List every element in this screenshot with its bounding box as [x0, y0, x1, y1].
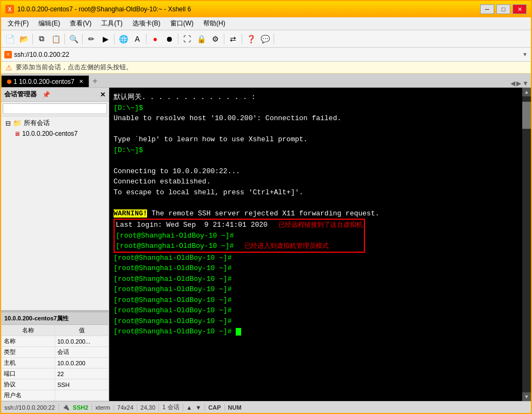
term-root8: [root@Shanghai-OldBoy-10 ~]# [114, 306, 231, 314]
term-line-connecting: Connecting to 10.0.0.200:22... Connectio… [114, 167, 303, 196]
settings2-button[interactable]: ⚙ [209, 32, 222, 45]
prop-name-value: 10.0.0.200... [55, 336, 109, 347]
sidebar-pin-icon[interactable]: 📌 [42, 91, 50, 98]
menu-help[interactable]: 帮助(H) [199, 18, 230, 29]
status-sep-7 [204, 404, 205, 411]
tab-prev-button[interactable]: ◀ [510, 80, 515, 87]
term-annotation1: 已经远程链接到了这台虚拟机 [278, 221, 363, 228]
prop-username-label: 用户名 [2, 390, 55, 401]
sidebar-close-icon[interactable]: ✕ [100, 91, 105, 98]
properties-title: 10.0.0.200-centos7属性 [4, 314, 69, 323]
fullscreen-button[interactable]: ⛶ [181, 32, 194, 45]
scrollbar-track [522, 96, 531, 392]
chat-button[interactable]: 💬 [258, 32, 271, 45]
tree-expand-icon: ⊟ [5, 120, 11, 127]
term-warning-text: The remote SSH server rejected X11 forwa… [147, 209, 379, 218]
prop-header-row: 名称 值 [2, 325, 109, 336]
help-button[interactable]: ❓ [244, 32, 257, 45]
close-button[interactable]: ✕ [513, 4, 527, 14]
tree-root-item[interactable]: ⊟ 📁 所有会话 [1, 117, 109, 129]
window-controls: ─ □ ✕ [480, 4, 527, 14]
prop-type-value: 会话 [55, 347, 109, 358]
scrollbar-up-button[interactable]: ▲ [522, 88, 531, 96]
properties-panel: 10.0.0.200-centos7属性 名称 值 名称 10.0.0.200.… [1, 312, 109, 401]
term-highlighted-block: Last login: Wed Sep 9 21:41:01 2020已经远程链… [114, 219, 365, 253]
term-root6: [root@Shanghai-OldBoy-10 ~]# [114, 285, 231, 293]
transfer-button[interactable]: ⇄ [227, 32, 240, 45]
tab-menu-button[interactable]: ▼ [522, 80, 529, 87]
tree-root-label: 所有会话 [24, 119, 50, 128]
prop-row-port: 端口 22 [2, 369, 109, 379]
term-root9: [root@Shanghai-OldBoy-10 ~]# [114, 317, 231, 325]
menu-view[interactable]: 查看(V) [65, 18, 96, 29]
font-button[interactable]: A [131, 32, 144, 45]
tab-nav-buttons: ◀ ▶ ▼ [510, 80, 531, 87]
open-button[interactable]: 📂 [17, 32, 30, 45]
toolbar-sep-9 [274, 34, 274, 44]
sidebar-header: 会话管理器 📌 ✕ [1, 88, 109, 102]
status-bar: ssh://10.0.0.200:22 🔌 SSH2 xterm 74x24 2… [1, 401, 531, 413]
status-ssh: SSH2 [73, 404, 89, 411]
term-line-prompt1: [D:\~]$ [114, 104, 143, 112]
toolbar-sep-3 [82, 34, 83, 44]
sidebar-search [1, 102, 109, 116]
copy-button[interactable]: ⧉ [35, 32, 48, 45]
menu-edit[interactable]: 编辑(E) [34, 18, 64, 29]
scrollbar-thumb[interactable] [522, 102, 531, 129]
sidebar-tree: ⊟ 📁 所有会话 🖥 10.0.0.200-centos7 [1, 116, 109, 310]
window-title: 10.0.0.200-centos7 - root@Shanghai-OldBo… [17, 5, 480, 13]
active-tab[interactable]: 1 10.0.0.200-centos7 ✕ [1, 75, 89, 87]
terminal-content[interactable]: 默认网关. . . . . . . . . . . . . : [D:\~]$ … [109, 88, 531, 401]
prop-host-label: 主机 [2, 358, 55, 369]
find-button[interactable]: 🔍 [67, 32, 80, 45]
term-line-help: Type `help' to learn how to use Xshell p… [114, 135, 308, 143]
left-panel: 会话管理器 📌 ✕ ⊟ 📁 所有会话 🖥 10.0.0.200-centos7 [1, 88, 109, 401]
status-num: NUM [228, 404, 242, 411]
tree-server-item[interactable]: 🖥 10.0.0.200-centos7 [1, 129, 109, 139]
term-root3: [root@Shanghai-OldBoy-10 ~]# [114, 254, 231, 262]
compose-button[interactable]: ✏ [85, 32, 98, 45]
status-arrow-up[interactable]: ▲ [187, 404, 192, 411]
address-icon: X [4, 51, 12, 58]
menu-tabs[interactable]: 选项卡(B) [128, 18, 165, 29]
status-sep-3 [114, 404, 114, 411]
tab-dot [7, 80, 11, 84]
terminal-wrapper[interactable]: 默认网关. . . . . . . . . . . . . : [D:\~]$ … [109, 88, 531, 401]
term-warning-label: WARNING! [114, 209, 147, 218]
record-button[interactable]: ⏺ [163, 32, 176, 45]
paste-button[interactable]: 📋 [49, 32, 62, 45]
lock-button[interactable]: 🔒 [195, 32, 208, 45]
maximize-button[interactable]: □ [496, 4, 510, 14]
minimize-button[interactable]: ─ [480, 4, 494, 14]
status-arrow-down[interactable]: ▼ [195, 404, 201, 411]
red-circle-button[interactable]: ● [149, 32, 162, 45]
address-text[interactable]: ssh://10.0.0.200:22 [14, 51, 520, 58]
address-bar: X ssh://10.0.0.200:22 ▼ [1, 48, 531, 62]
forward-button[interactable]: ▶ [99, 32, 112, 45]
terminal-scrollbar[interactable]: ▲ ▼ [522, 88, 531, 401]
toolbar-sep-1 [32, 34, 33, 44]
status-sep-4 [137, 404, 137, 411]
prop-port-label: 端口 [2, 369, 55, 379]
toolbar-sep-2 [64, 34, 65, 44]
prop-row-protocol: 协议 SSH [2, 379, 109, 390]
term-line-error: Unable to resolve host '10.00.200': Conn… [114, 114, 341, 122]
hint-text: 要添加当前会话，点击左侧的箭头按钮。 [16, 63, 132, 72]
prop-protocol-label: 协议 [2, 379, 55, 390]
status-sep-5 [158, 404, 159, 411]
toolbar: 📄 📂 ⧉ 📋 🔍 ✏ ▶ 🌐 A ● ⏺ ⛶ 🔒 ⚙ ⇄ ❓ 💬 [1, 30, 531, 48]
address-dropdown-icon[interactable]: ▼ [522, 51, 528, 57]
new-session-button[interactable]: 📄 [3, 32, 16, 45]
menu-window[interactable]: 窗口(W) [166, 18, 198, 29]
scrollbar-down-button[interactable]: ▼ [522, 392, 531, 401]
tab-close-icon[interactable]: ✕ [79, 78, 83, 84]
tab-next-button[interactable]: ▶ [516, 80, 521, 87]
status-icon: 🔌 [62, 404, 70, 411]
prop-row-name: 名称 10.0.0.200... [2, 336, 109, 347]
sidebar-search-input[interactable] [3, 103, 107, 114]
menu-tools[interactable]: 工具(T) [97, 18, 127, 29]
menu-file[interactable]: 文件(F) [3, 18, 33, 29]
tab-label: 1 10.0.0.200-centos7 [14, 78, 75, 86]
add-tab-button[interactable]: + [89, 75, 101, 87]
globe-button[interactable]: 🌐 [117, 32, 130, 45]
